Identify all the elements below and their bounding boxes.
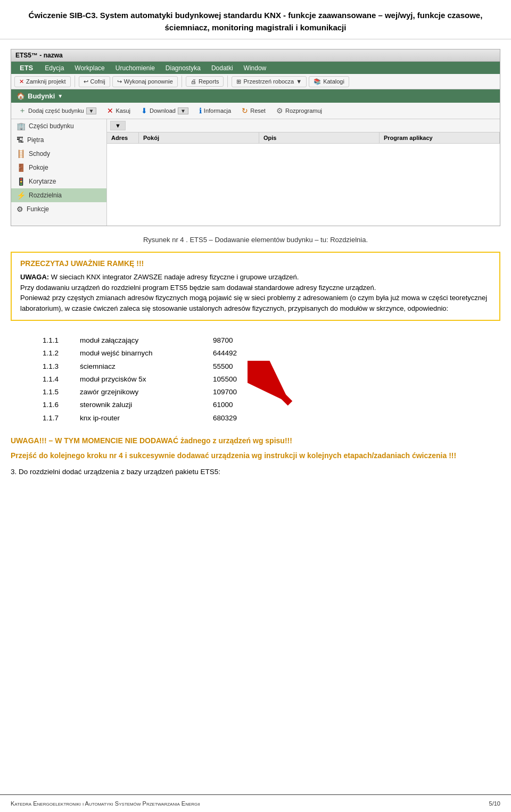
menu-uruchomienie[interactable]: Uruchomienie — [110, 62, 160, 74]
arrow-decoration — [248, 329, 311, 430]
table-header: Adres Pokój Opis Program aplikacy — [107, 132, 500, 144]
workspace-icon: ⊞ — [236, 78, 241, 85]
left-item-rozdzielnia[interactable]: ⚡ Rozdzielnia — [11, 188, 106, 202]
left-item-korytarze[interactable]: 🚦 Korytarze — [11, 175, 106, 188]
function-icon: ⚙ — [17, 205, 23, 213]
redo-icon: ↪ — [117, 78, 122, 85]
col-pokoj: Pokój — [139, 132, 259, 143]
module-row-1: 1.1.1 moduł załączający 98700 — [43, 334, 237, 347]
catalogs-button[interactable]: 📚 Katalogi — [309, 76, 349, 87]
download-dropdown-icon[interactable]: ▼ — [178, 107, 188, 114]
delete-icon: ✕ — [107, 106, 113, 115]
add-building-part-button[interactable]: ＋ Dodaj część budynku ▼ — [14, 104, 101, 117]
reports-icon: 🖨 — [191, 78, 196, 85]
menu-dodatki[interactable]: Dodatki — [206, 62, 238, 74]
right-toolbar: ▼ — [107, 119, 500, 132]
menu-window[interactable]: Window — [238, 62, 272, 74]
section3: 3. Do rozdzielni dodać urządzenia z bazy… — [11, 468, 500, 476]
module-row-4: 1.1.4 moduł przycisków 5x 105500 — [43, 373, 237, 386]
close-project-button[interactable]: ✕ Zamknij projekt — [14, 76, 71, 87]
toolbar-separator-3 — [227, 76, 228, 87]
page-footer: Katedra Energoelektroniki i Automatyki S… — [0, 794, 511, 812]
undo-button[interactable]: ↩ Cofnij — [79, 76, 110, 87]
left-item-pietra[interactable]: 🏗 Piętra — [11, 133, 106, 147]
footer-right: 5/10 — [489, 800, 500, 807]
close-icon: ✕ — [19, 78, 24, 85]
reports-button[interactable]: 🖨 Reports — [186, 76, 224, 87]
reset-button[interactable]: ↻ Reset — [237, 105, 270, 117]
ets5-main-toolbar: ✕ Zamknij projekt ↩ Cofnij ↪ Wykonaj pon… — [11, 74, 500, 89]
secondary-toolbar: ＋ Dodaj część budynku ▼ ✕ Kasuj ⬇ Downlo… — [11, 103, 500, 119]
warning-text: UWAGA: W sieciach KNX integrator ZAWSZE … — [20, 272, 491, 313]
switchboard-icon: ⚡ — [17, 191, 26, 200]
caption: Rysunek nr 4 . ETS5 – Dodawanie elementó… — [11, 236, 500, 244]
col-opis: Opis — [259, 132, 380, 143]
footer-left: Katedra Energoelektroniki i Automatyki S… — [11, 800, 200, 807]
dropdown-icon: ▼ — [115, 122, 121, 129]
module-list: 1.1.1 moduł załączający 98700 1.1.2 modu… — [43, 334, 237, 425]
toolbar-separator-2 — [182, 76, 182, 87]
reprogram-button[interactable]: ⚙ Rozprogramuj — [272, 105, 326, 117]
building-icon: 🏢 — [17, 122, 26, 130]
warning-box: PRZECZYTAJ UWAŻNIE RAMKĘ !!! UWAGA: W si… — [11, 252, 500, 321]
table-body — [107, 144, 500, 208]
menu-edycja[interactable]: Edycja — [39, 62, 69, 74]
toolbar-separator — [75, 76, 75, 87]
module-list-section: 1.1.1 moduł załączający 98700 1.1.2 modu… — [0, 329, 511, 430]
add-icon: ＋ — [19, 106, 26, 115]
module-row-2: 1.1.2 moduł wejść binarnych 644492 — [43, 347, 237, 360]
ets5-titlebar: ETS5™ - nazwa — [11, 49, 500, 62]
left-item-pokoje[interactable]: 🚪 Pokoje — [11, 161, 106, 175]
module-row-7: 1.1.7 knx ip-router 680329 — [43, 412, 237, 425]
right-dropdown[interactable]: ▼ — [110, 121, 126, 130]
przejsc-text: Przejść do kolejnego kroku nr 4 i sukces… — [11, 451, 500, 460]
ets-menu-button[interactable]: ETS — [13, 62, 39, 74]
room-icon: 🚪 — [17, 163, 26, 172]
undo-icon: ↩ — [84, 78, 88, 85]
menu-workplace[interactable]: Workplace — [69, 62, 110, 74]
left-item-czesci[interactable]: 🏢 Części budynku — [11, 119, 106, 133]
module-row-6: 1.1.6 sterownik żaluzji 61000 — [43, 399, 237, 411]
delete-button[interactable]: ✕ Kasuj — [103, 105, 135, 117]
menu-diagnostyka[interactable]: Diagnostyka — [160, 62, 206, 74]
uwaga-final: UWAGA!!! – W TYM MOMENCIE NIE DODAWAĆ ża… — [11, 436, 500, 445]
col-program: Program aplikacy — [380, 132, 500, 143]
workspace-dropdown-icon: ▼ — [296, 78, 302, 85]
budynki-dropdown-icon: ▼ — [57, 93, 63, 99]
download-icon: ⬇ — [141, 106, 147, 115]
module-row-5: 1.1.5 zawór grzejnikowy 109700 — [43, 386, 237, 399]
module-row-3: 1.1.3 ściemniacz 55500 — [43, 360, 237, 373]
reprogram-icon: ⚙ — [276, 106, 283, 115]
svg-line-1 — [253, 366, 290, 403]
reset-icon: ↻ — [242, 106, 248, 115]
warning-title: PRZECZYTAJ UWAŻNIE RAMKĘ !!! — [20, 259, 491, 268]
ets5-menubar: ETS Edycja Workplace Uruchomienie Diagno… — [11, 62, 500, 74]
left-item-schody[interactable]: 🪜 Schody — [11, 147, 106, 161]
info-button[interactable]: ℹ Informacja — [195, 105, 235, 117]
workspace-button[interactable]: ⊞ Przestrzeń robocza ▼ — [232, 76, 307, 87]
corridor-icon: 🚦 — [17, 177, 26, 186]
download-button[interactable]: ⬇ Download ▼ — [137, 105, 193, 117]
left-item-funkcje[interactable]: ⚙ Funkcje — [11, 202, 106, 216]
main-content-area: 🏢 Części budynku 🏗 Piętra 🪜 Schody 🚪 Pok… — [11, 119, 500, 226]
red-arrow-svg — [248, 361, 301, 414]
right-panel: ▼ Adres Pokój Opis Program aplikacy — [107, 119, 500, 226]
budynki-bar[interactable]: 🏠 Budynki ▼ — [11, 89, 500, 103]
info-icon: ℹ — [199, 106, 202, 115]
catalogs-icon: 📚 — [314, 78, 321, 85]
screenshot-area: ETS5™ - nazwa ETS Edycja Workplace Uruch… — [11, 49, 500, 226]
redo-button[interactable]: ↪ Wykonaj ponownie — [112, 76, 178, 87]
stairs-icon: 🪜 — [17, 150, 26, 158]
col-adres: Adres — [107, 132, 139, 143]
budynki-icon: 🏠 — [17, 92, 25, 100]
floor-icon: 🏗 — [17, 136, 24, 144]
page-title: Ćwiczenie SIB-C3. System automatyki budy… — [0, 0, 511, 39]
uwaga-label: UWAGA: — [20, 273, 49, 281]
left-panel: 🏢 Części budynku 🏗 Piętra 🪜 Schody 🚪 Pok… — [11, 119, 107, 226]
add-dropdown-icon[interactable]: ▼ — [86, 107, 97, 114]
